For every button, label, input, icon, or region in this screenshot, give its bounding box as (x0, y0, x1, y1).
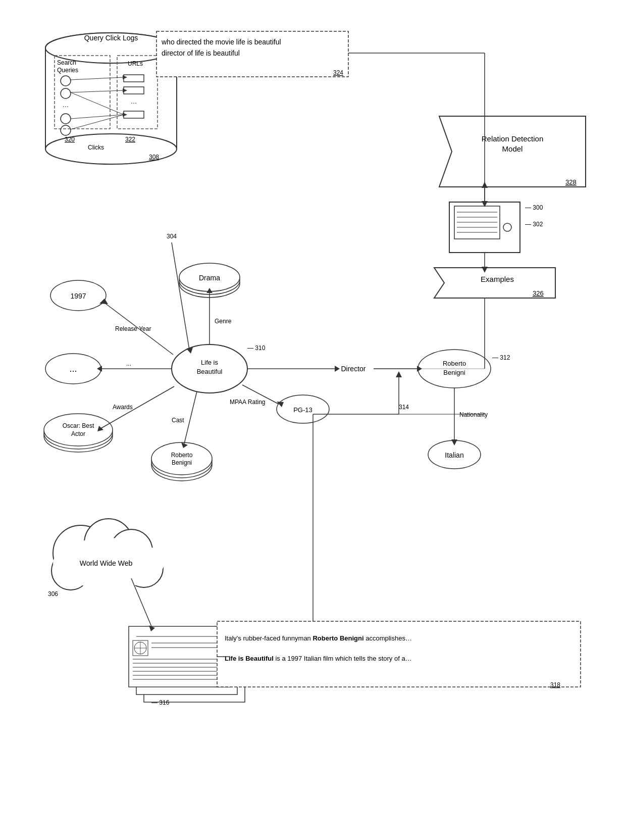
main-diagram-svg: Query Click Logs Search Queries … URLs …… (0, 0, 626, 840)
genre-label: Genre (215, 318, 232, 325)
relation-detection-label-line1: Relation Detection (482, 134, 544, 143)
ref-306: 306 (48, 590, 58, 598)
nationality-label: Nationality (459, 411, 488, 418)
dots-node-label: ... (69, 364, 77, 374)
svg-point-45 (151, 442, 212, 475)
oscar-node-label-line1: Oscar: Best (63, 422, 94, 429)
svg-line-58 (184, 391, 197, 443)
ref-320: 320 (65, 136, 75, 143)
ref-314: 314 (399, 404, 409, 411)
ref-322: 322 (125, 136, 135, 143)
ref-310: — 310 (247, 344, 266, 352)
cast-roberto-label-line2: Benigni (172, 459, 192, 466)
svg-rect-86 (129, 626, 230, 687)
cloud-shape (51, 519, 164, 590)
drama-node-label: Drama (199, 274, 220, 282)
italian-node-label: Italian (445, 451, 463, 459)
awards-label: Awards (113, 404, 133, 411)
ref-312: — 312 (492, 354, 510, 361)
urls-label: URLs (128, 60, 143, 67)
svg-line-56 (101, 386, 174, 428)
svg-text:…: … (131, 97, 137, 105)
svg-marker-61 (335, 366, 340, 372)
ref-300: — 300 (525, 204, 543, 211)
oscar-node-label-line2: Actor (71, 430, 85, 437)
mpaa-node-label: PG-13 (293, 406, 312, 414)
release-year-label: Release Year (115, 325, 151, 332)
svg-text:Queries: Queries (57, 67, 78, 74)
relation-detection-label-line2: Model (502, 144, 523, 153)
world-wide-web-label: World Wide Web (80, 559, 133, 567)
svg-text:…: … (63, 101, 69, 109)
diagram: Query Click Logs Search Queries … URLs …… (0, 0, 626, 840)
svg-marker-107 (396, 371, 402, 377)
ref-326: 326 (533, 289, 544, 297)
search-queries-label: Search (57, 59, 76, 66)
ref-304: 304 (167, 233, 177, 240)
roberto-benigni-label-line1: Roberto (443, 360, 466, 367)
snippet-text-line2: Life is Beautiful is a 1997 Italian film… (225, 655, 412, 662)
ref-302: — 302 (525, 221, 543, 228)
ref-324: 324 (333, 69, 343, 76)
query-text-line1: who directed the movie life is beautiful (161, 38, 281, 46)
life-is-beautiful-label-line1: Life is (201, 359, 218, 366)
life-is-beautiful-label-line2: Beautiful (197, 368, 223, 375)
mpaa-label: MPAA Rating (230, 399, 265, 406)
ref-328: 328 (565, 178, 577, 186)
snippet-text-line1: Italy's rubber-faced funnyman Roberto Be… (225, 634, 412, 642)
roberto-benigni-label-line2: Benigni (443, 369, 465, 376)
clicks-label: Clicks (88, 144, 104, 151)
examples-label: Examples (481, 275, 514, 283)
svg-rect-100 (217, 621, 581, 687)
ref-316: — 316 (151, 699, 170, 706)
cast-roberto-label-line1: Roberto (171, 452, 193, 459)
query-click-logs-label: Query Click Logs (84, 34, 138, 42)
ref-318: 318 (550, 681, 560, 688)
director-label: Director (341, 365, 366, 373)
ref-308: 308 (149, 154, 159, 161)
svg-line-66 (172, 242, 189, 350)
query-text-line2: director of life is beautiful (162, 49, 240, 57)
dots-label: ... (126, 360, 131, 367)
year-node-label: 1997 (70, 292, 86, 300)
cast-label: Cast (172, 417, 184, 424)
